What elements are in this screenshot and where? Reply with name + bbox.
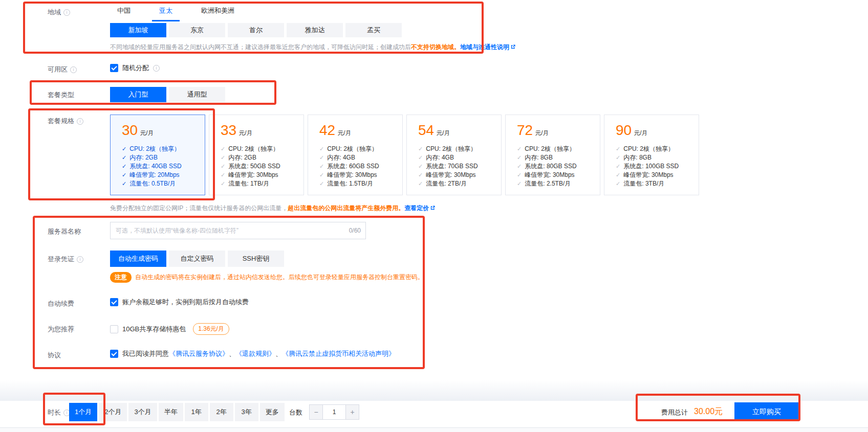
spec-feature: 内存: 8GB — [517, 153, 600, 162]
check-icon — [221, 153, 225, 162]
server-name-field: 0/60 — [110, 222, 366, 239]
service-agreement-link[interactable]: 《腾讯云服务协议》 — [169, 350, 229, 357]
spec-feature: 内存: 4GB — [319, 153, 402, 162]
spec-card-72[interactable]: 72元/月 CPU: 2核（独享） 内存: 8GB 系统盘: 80GB SSD … — [505, 115, 600, 195]
spec-feature: 峰值带宽: 30Mbps — [221, 171, 303, 179]
check-icon — [221, 145, 225, 153]
recommend-checkbox[interactable] — [110, 325, 118, 333]
spec-feature: 系统盘: 60GB SSD — [319, 162, 402, 171]
info-icon[interactable] — [70, 66, 77, 73]
check-icon — [122, 162, 126, 171]
check-icon — [616, 179, 620, 188]
auto-renew-label: 自动续费 — [48, 299, 74, 308]
pricing-link[interactable]: 查看定价 — [404, 204, 436, 212]
duration-1month-button[interactable]: 1个月 — [69, 403, 97, 421]
agreement-option: 我已阅读并同意《腾讯云服务协议》、《退款规则》、《腾讯云禁止虚拟货币相关活动声明… — [110, 349, 395, 358]
spec-card-33[interactable]: 33元/月 CPU: 2核（独享） 内存: 2GB 系统盘: 50GB SSD … — [209, 115, 304, 195]
check-icon — [517, 145, 522, 153]
crypto-statement-link[interactable]: 《腾讯云禁止虚拟货币相关活动声明》 — [282, 350, 395, 357]
agreement-separator: 、 — [229, 350, 235, 357]
auto-renew-checkbox[interactable] — [110, 298, 118, 306]
notice-badge: 注意 — [110, 272, 132, 283]
duration-more-button[interactable]: 更多 — [260, 403, 285, 421]
login-credential-buttons: 自动生成密码 自定义密码 SSH密钥 — [110, 251, 284, 267]
zone-checkbox[interactable] — [110, 64, 118, 72]
check-icon — [319, 145, 324, 153]
spec-price: 54 — [418, 122, 434, 139]
custom-password-button[interactable]: 自定义密码 — [169, 251, 225, 267]
city-tokyo-button[interactable]: 东京 — [169, 23, 225, 37]
check-icon — [517, 179, 522, 188]
quantity-label: 台数 — [289, 408, 302, 417]
info-icon[interactable] — [63, 9, 70, 16]
plan-type-entry-button[interactable]: 入门型 — [110, 87, 166, 102]
check-icon — [221, 162, 225, 171]
check-icon — [122, 145, 126, 153]
plus-button[interactable]: + — [345, 405, 359, 419]
plan-spec-label-text: 套餐规格 — [48, 117, 74, 126]
login-credential-label-text: 登录凭证 — [48, 255, 74, 264]
check-icon — [122, 153, 126, 162]
recommend-option-text: 10GB共享存储特惠包 — [122, 325, 186, 334]
recommend-label: 为您推荐 — [48, 325, 74, 334]
recommend-price-badge: 1.36元/月 — [193, 323, 229, 335]
spec-price: 30 — [122, 122, 138, 139]
duration-halfyear-button[interactable]: 半年 — [159, 403, 183, 421]
refund-rules-link[interactable]: 《退款规则》 — [235, 350, 275, 357]
zone-label-text: 可用区 — [48, 65, 68, 74]
check-icon — [616, 162, 620, 171]
spec-card-90[interactable]: 90元/月 CPU: 2核（独享） 内存: 8GB 系统盘: 100GB SSD… — [604, 115, 699, 195]
check-icon — [122, 179, 126, 188]
duration-3year-button[interactable]: 3年 — [235, 403, 258, 421]
info-icon[interactable] — [77, 256, 83, 263]
duration-1year-button[interactable]: 1年 — [185, 403, 208, 421]
region-connectivity-link[interactable]: 地域与连通性说明 — [460, 43, 516, 51]
duration-label-text: 时长 — [48, 408, 61, 417]
check-icon — [517, 153, 522, 162]
city-jakarta-button[interactable]: 雅加达 — [287, 23, 343, 37]
region-city-buttons: 新加坡 东京 首尔 雅加达 孟买 — [110, 23, 402, 37]
info-icon[interactable] — [77, 118, 83, 125]
spec-card-54[interactable]: 54元/月 CPU: 2核（独享） 内存: 4GB 系统盘: 70GB SSD … — [406, 115, 502, 195]
server-name-input[interactable] — [110, 222, 366, 239]
minus-button[interactable]: − — [310, 405, 323, 419]
buy-now-button[interactable]: 立即购买 — [734, 402, 799, 421]
auto-password-button[interactable]: 自动生成密码 — [110, 251, 166, 267]
plan-type-buttons: 入门型 通用型 — [110, 87, 225, 102]
quantity-value[interactable]: 1 — [323, 405, 345, 419]
check-icon — [616, 171, 620, 179]
info-icon[interactable] — [153, 65, 160, 72]
check-icon — [418, 179, 423, 188]
spec-card-42[interactable]: 42元/月 CPU: 2核（独享） 内存: 4GB 系统盘: 60GB SSD … — [308, 115, 403, 195]
ssh-key-button[interactable]: SSH密钥 — [228, 251, 284, 267]
zone-option-text: 随机分配 — [122, 63, 149, 73]
tab-asia-pacific[interactable]: 亚太 — [152, 5, 180, 21]
duration-2month-button[interactable]: 2个月 — [99, 403, 127, 421]
plan-type-label: 套餐类型 — [48, 90, 74, 100]
city-singapore-button[interactable]: 新加坡 — [110, 23, 166, 37]
duration-3month-button[interactable]: 3个月 — [128, 403, 157, 421]
tab-china[interactable]: 中国 — [110, 5, 138, 21]
duration-2year-button[interactable]: 2年 — [210, 403, 233, 421]
tab-europe-america[interactable]: 欧洲和美洲 — [194, 5, 242, 21]
region-tabs: 中国 亚太 欧洲和美洲 — [110, 5, 242, 21]
zone-label: 可用区 — [48, 65, 77, 74]
check-icon — [418, 162, 423, 171]
check-icon — [517, 162, 522, 171]
spec-feature: CPU: 2核（独享） — [221, 145, 303, 153]
spec-feature: 峰值带宽: 30Mbps — [418, 171, 501, 179]
recommend-option: 10GB共享存储特惠包 1.36元/月 — [110, 323, 229, 335]
char-counter: 0/60 — [349, 227, 361, 234]
login-credential-label: 登录凭证 — [48, 255, 83, 264]
server-name-label-text: 服务器名称 — [48, 227, 81, 236]
spec-feature: 内存: 2GB — [221, 153, 303, 162]
spec-price: 90 — [616, 122, 632, 139]
spec-card-30[interactable]: 30元/月 CPU: 2核（独享） 内存: 2GB 系统盘: 40GB SSD … — [110, 115, 205, 195]
city-seoul-button[interactable]: 首尔 — [228, 23, 284, 37]
agreement-checkbox[interactable] — [110, 350, 118, 358]
city-mumbai-button[interactable]: 孟买 — [345, 23, 402, 37]
recommend-label-text: 为您推荐 — [48, 325, 74, 334]
plan-type-general-button[interactable]: 通用型 — [169, 87, 225, 102]
plan-spec-label: 套餐规格 — [48, 117, 83, 126]
auto-renew-label-text: 自动续费 — [48, 299, 74, 308]
